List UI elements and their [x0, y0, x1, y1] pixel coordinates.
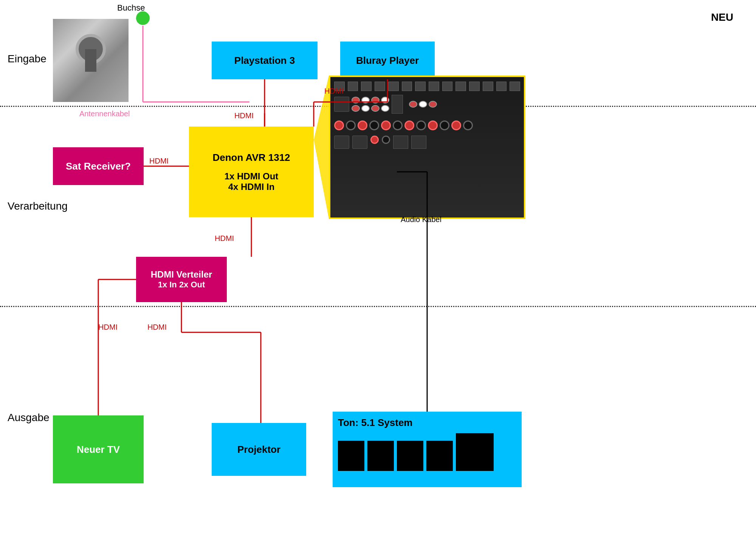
antennenkabel-label: Antennenkabel	[79, 110, 130, 118]
ton-system-label: Ton: 5.1 System	[338, 417, 412, 429]
section-eingabe: Eingabe	[8, 53, 46, 65]
neuer-tv-label: Neuer TV	[77, 444, 120, 455]
ton-system-box: Ton: 5.1 System	[333, 412, 522, 487]
bluray-box: Bluray Player	[340, 42, 435, 79]
section-ausgabe: Ausgabe	[8, 412, 50, 424]
speaker-4	[426, 441, 453, 471]
speaker-3	[397, 441, 423, 471]
separator-line-2	[0, 306, 756, 307]
denon-box: Denon AVR 1312 1x HDMI Out 4x HDMI In	[189, 127, 314, 217]
denon-label-line1: Denon AVR 1312	[212, 152, 290, 164]
hdmi-label-ps: HDMI	[234, 111, 254, 120]
sat-receiver-box: Sat Receiver?	[53, 147, 144, 185]
playstation-box: Playstation 3	[212, 42, 318, 79]
buchse-label: Buchse	[117, 3, 145, 13]
audio-kabel-label: Audio Kabel	[401, 215, 442, 224]
hdmi-label-denon-verteiler: HDMI	[215, 234, 234, 243]
playstation-label: Playstation 3	[234, 55, 295, 66]
hdmi-verteiler-box: HDMI Verteiler 1x In 2x Out	[136, 257, 227, 302]
svg-marker-0	[314, 76, 329, 219]
neuer-tv-box: Neuer TV	[53, 415, 144, 483]
buchse-circle	[135, 11, 150, 26]
speaker-2	[367, 441, 394, 471]
bluray-label: Bluray Player	[356, 55, 419, 66]
speaker-1	[338, 441, 364, 471]
hdmi-label-verteiler-tv: HDMI	[98, 323, 118, 332]
antenna-photo	[53, 19, 129, 102]
diagram-container: NEU Eingabe Verarbeitung Ausgabe Buchse …	[0, 0, 756, 534]
receiver-photo	[329, 76, 525, 219]
denon-label-line3: 4x HDMI In	[228, 182, 275, 192]
hdmi-verteiler-label2: 1x In 2x Out	[158, 280, 205, 290]
hdmi-label-sat: HDMI	[149, 157, 169, 165]
projektor-label: Projektor	[237, 444, 280, 455]
hdmi-verteiler-label1: HDMI Verteiler	[151, 269, 212, 280]
hdmi-label-bluray: HDMI	[324, 87, 344, 96]
section-verarbeitung: Verarbeitung	[8, 200, 68, 212]
neu-label: NEU	[711, 11, 733, 23]
projektor-box: Projektor	[212, 423, 306, 476]
denon-label-line2: 1x HDMI Out	[225, 171, 279, 182]
subwoofer	[456, 433, 494, 471]
hdmi-label-verteiler-proj: HDMI	[147, 323, 167, 332]
sat-receiver-label: Sat Receiver?	[66, 161, 131, 172]
